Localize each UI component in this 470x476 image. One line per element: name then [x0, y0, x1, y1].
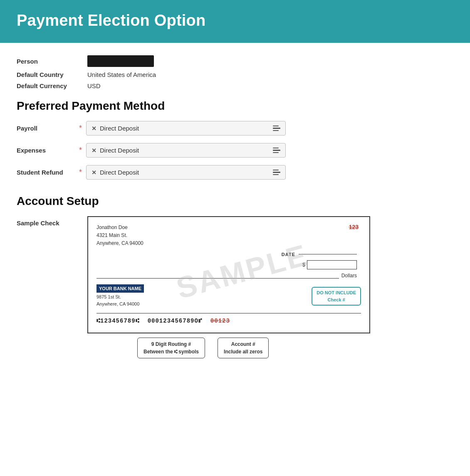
check-dollar-sign: $ [302, 261, 305, 268]
default-currency-row: Default Currency USD [17, 82, 453, 89]
check-bank-name: YOUR BANK NAME [96, 284, 144, 293]
default-currency-label: Default Currency [17, 82, 87, 89]
payroll-row: Payroll * ✕ Direct Deposit [17, 121, 453, 136]
check-address2: Anywhere, CA 94000 [96, 239, 143, 247]
person-label: Person [17, 58, 87, 65]
do-not-include-line2: Check # [317, 296, 356, 303]
check-amount-row: $ [96, 260, 361, 269]
default-country-value: United States of America [87, 71, 156, 78]
account-annotation: Account # Include all zeros [218, 338, 269, 358]
person-row: Person [17, 55, 453, 67]
check-dollars-text: Dollars [341, 273, 357, 279]
check-dollars-line: Dollars [96, 273, 361, 279]
student-refund-required: * [79, 168, 82, 177]
check-name-address: Jonathon Doe 4321 Main St. Anywhere, CA … [96, 224, 143, 248]
check-address1: 4321 Main St. [96, 232, 143, 239]
default-currency-value: USD [87, 82, 101, 89]
page-header: Payment Election Option [0, 0, 470, 43]
micr-check: 00123 [210, 318, 230, 324]
expenses-required: * [79, 146, 82, 155]
check-bottom-line [96, 313, 361, 313]
payroll-required: * [79, 124, 82, 133]
routing-annotation-line1: 9 Digit Routing # [143, 340, 199, 348]
student-refund-chip-x[interactable]: ✕ [92, 169, 96, 176]
check-dollars-underline [96, 278, 339, 279]
check-bank-info: YOUR BANK NAME 9875 1st St. Anywhere, CA… [96, 284, 144, 308]
expenses-list-icon[interactable] [273, 148, 280, 153]
payroll-chip-x[interactable]: ✕ [92, 125, 96, 132]
expenses-chip-x[interactable]: ✕ [92, 147, 96, 154]
main-content: Person Default Country United States of … [0, 43, 470, 375]
person-value-box [87, 55, 154, 67]
page-title: Payment Election Option [17, 12, 453, 30]
preferred-payment-heading: Preferred Payment Method [17, 99, 453, 113]
check-name: Jonathon Doe [96, 224, 143, 232]
check-date-row: DATE [96, 252, 361, 257]
expenses-chip-label: Direct Deposit [100, 147, 139, 154]
student-refund-field[interactable]: ✕ Direct Deposit [86, 165, 286, 180]
payroll-chip-label: Direct Deposit [100, 125, 139, 132]
check-micr-row: ⑆123456789⑆ 000123456789O⑈ 00123 [96, 318, 361, 324]
student-refund-chip-label: Direct Deposit [100, 169, 139, 176]
expenses-chip: ✕ Direct Deposit [92, 147, 139, 154]
expenses-field[interactable]: ✕ Direct Deposit [86, 143, 286, 158]
micr-account: 000123456789O⑈ [148, 318, 202, 324]
do-not-include-line1: DO NOT INCLUDE [317, 289, 356, 296]
account-setup-heading: Account Setup [17, 195, 453, 208]
default-country-row: Default Country United States of America [17, 71, 453, 78]
payroll-field[interactable]: ✕ Direct Deposit [86, 121, 286, 136]
payroll-chip: ✕ Direct Deposit [92, 125, 139, 132]
do-not-include-badge: DO NOT INCLUDE Check # [312, 287, 361, 306]
check-date-line [299, 254, 357, 254]
default-country-label: Default Country [17, 71, 87, 78]
student-refund-chip: ✕ Direct Deposit [92, 169, 139, 176]
account-annotation-line2: Include all zeros [224, 348, 262, 355]
account-annotation-line1: Account # [224, 340, 262, 348]
routing-annotation-line2: Between the ⑆ symbols [143, 348, 199, 355]
payroll-label: Payroll [17, 125, 79, 132]
check-date-label: DATE [282, 252, 295, 257]
check-annotations: 9 Digit Routing # Between the ⑆ symbols … [137, 338, 269, 358]
payroll-list-icon[interactable] [273, 126, 280, 131]
sample-check-container: Sample Check SAMPLE Jonathon Doe 4321 Ma… [17, 216, 453, 358]
check-top-row: Jonathon Doe 4321 Main St. Anywhere, CA … [96, 224, 361, 248]
micr-routing: ⑆123456789⑆ [96, 318, 139, 324]
check-wrapper: SAMPLE Jonathon Doe 4321 Main St. Anywhe… [87, 216, 370, 358]
check-amount-box [307, 260, 357, 269]
check-bank-row: YOUR BANK NAME 9875 1st St. Anywhere, CA… [96, 284, 361, 308]
sample-check-label: Sample Check [17, 216, 79, 227]
routing-annotation: 9 Digit Routing # Between the ⑆ symbols [137, 338, 205, 358]
sample-check-box: SAMPLE Jonathon Doe 4321 Main St. Anywhe… [87, 216, 370, 333]
check-bank-address1: 9875 1st St. [96, 293, 144, 301]
preferred-payment-section: Preferred Payment Method Payroll * ✕ Dir… [17, 99, 453, 180]
student-refund-label: Student Refund [17, 169, 79, 176]
student-refund-row: Student Refund * ✕ Direct Deposit [17, 165, 453, 180]
check-bank-address2: Anywhere, CA 94000 [96, 301, 144, 308]
check-number: 123 [349, 224, 361, 230]
expenses-label: Expenses [17, 147, 79, 154]
info-section: Person Default Country United States of … [17, 55, 453, 89]
account-setup-section: Account Setup Sample Check SAMPLE Jonath… [17, 195, 453, 358]
expenses-row: Expenses * ✕ Direct Deposit [17, 143, 453, 158]
student-refund-list-icon[interactable] [273, 170, 280, 175]
